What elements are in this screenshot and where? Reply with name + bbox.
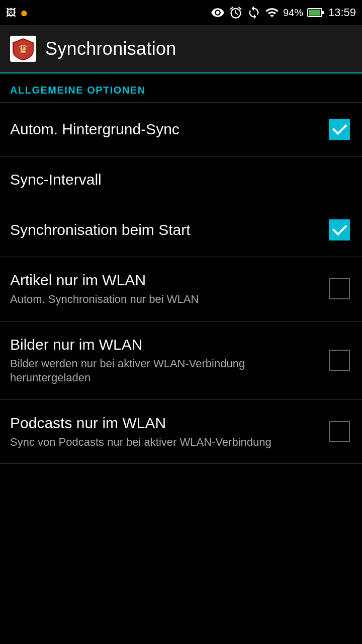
setting-row-podcasts-nur-im-wlan[interactable]: Podcasts nur im WLAN Sync von Podcasts n… [0,400,362,464]
checkbox-artikel-nur-im-wlan-box[interactable] [329,278,350,299]
circle-icon: ● [20,5,28,21]
svg-rect-2 [322,11,324,14]
checkbox-autom-hintergrund-sync-box[interactable] [329,119,350,140]
setting-content: Bilder nur im WLAN Bilder werden nur bei… [10,336,327,385]
settings-content: ALLGEMEINE OPTIONEN Autom. Hintergrund-S… [0,73,362,464]
section-header-label: ALLGEMEINE OPTIONEN [10,85,146,96]
setting-subtitle-artikel-nur-im-wlan: Autom. Synchronisation nur bei WLAN [10,292,317,307]
battery-percentage: 94% [283,7,303,19]
checkbox-bilder-nur-im-wlan-box[interactable] [329,350,350,371]
setting-subtitle-bilder-nur-im-wlan: Bilder werden nur bei aktiver WLAN-Verbi… [10,357,317,385]
setting-content: Podcasts nur im WLAN Sync von Podcasts n… [10,414,327,450]
app-title: Synchronisation [45,38,176,59]
setting-title-artikel-nur-im-wlan: Artikel nur im WLAN [10,271,317,289]
checkbox-podcasts-nur-im-wlan[interactable] [327,419,352,444]
checkbox-bilder-nur-im-wlan[interactable] [327,348,352,373]
eye-icon [211,6,225,20]
setting-title-bilder-nur-im-wlan: Bilder nur im WLAN [10,336,317,354]
svg-text:♛: ♛ [18,43,28,55]
time: 13:59 [328,6,356,19]
signal-icon [265,6,279,20]
setting-row-sync-intervall[interactable]: Sync-Intervall [0,156,362,203]
divider-6 [0,463,362,464]
setting-row-synchronisation-beim-start[interactable]: Synchronisation beim Start [0,203,362,257]
setting-subtitle-podcasts-nur-im-wlan: Sync von Podcasts nur bei aktiver WLAN-V… [10,435,317,450]
setting-row-autom-hintergrund-sync[interactable]: Autom. Hintergrund-Sync [0,103,362,156]
section-header: ALLGEMEINE OPTIONEN [0,73,362,102]
status-bar: 🖼 ● 94% 13:59 [0,0,362,25]
setting-title-sync-intervall: Sync-Intervall [10,171,342,189]
alarm-icon [229,6,243,20]
battery-icon [307,6,324,20]
app-bar: ♛ Synchronisation [0,25,362,73]
app-icon: ♛ [10,36,36,62]
setting-title-synchronisation-beim-start: Synchronisation beim Start [10,221,317,239]
setting-row-artikel-nur-im-wlan[interactable]: Artikel nur im WLAN Autom. Synchronisati… [0,257,362,321]
checkbox-synchronisation-beim-start-box[interactable] [329,219,350,240]
svg-rect-1 [309,10,320,16]
setting-content: Artikel nur im WLAN Autom. Synchronisati… [10,271,327,307]
setting-content: Sync-Intervall [10,171,352,189]
setting-content: Synchronisation beim Start [10,221,327,239]
checkbox-podcasts-nur-im-wlan-box[interactable] [329,421,350,442]
setting-row-bilder-nur-im-wlan[interactable]: Bilder nur im WLAN Bilder werden nur bei… [0,321,362,399]
setting-title-podcasts-nur-im-wlan: Podcasts nur im WLAN [10,414,317,432]
setting-content: Autom. Hintergrund-Sync [10,120,327,138]
setting-title-autom-hintergrund-sync: Autom. Hintergrund-Sync [10,120,317,138]
screenshot-icon: 🖼 [6,7,16,19]
checkbox-artikel-nur-im-wlan[interactable] [327,276,352,301]
checkbox-autom-hintergrund-sync[interactable] [327,117,352,142]
checkbox-synchronisation-beim-start[interactable] [327,217,352,243]
sync-icon [247,6,261,20]
